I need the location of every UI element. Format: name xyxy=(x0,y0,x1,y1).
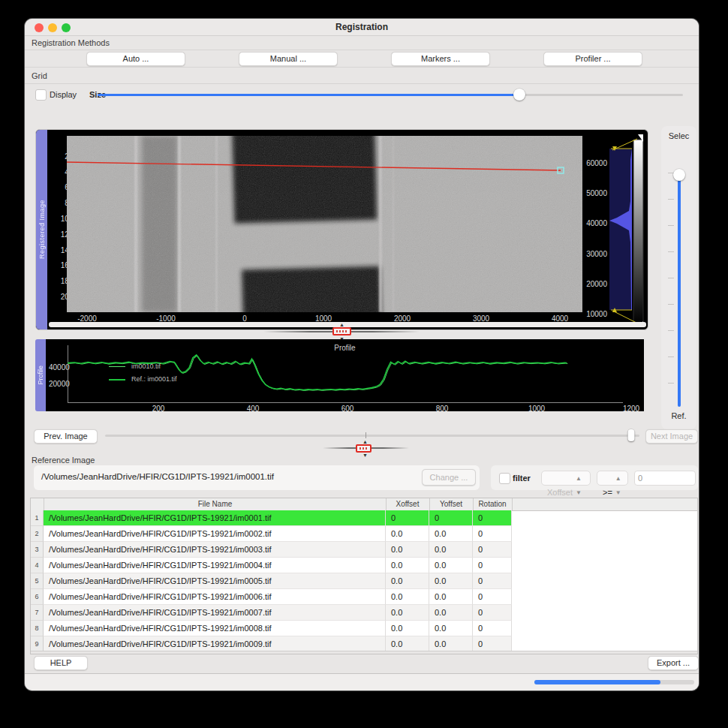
image-profile-splitter[interactable] xyxy=(332,327,351,335)
reference-group-label: Reference Image xyxy=(32,456,95,465)
cell-yoffset[interactable]: 0.0 xyxy=(429,526,473,542)
status-bar xyxy=(25,673,699,690)
cell-xoffset[interactable]: 0 xyxy=(386,510,429,526)
row-number: 6 xyxy=(31,589,44,605)
progress-track xyxy=(534,680,694,684)
cell-rotation[interactable]: 0 xyxy=(473,510,512,526)
cell-rotation[interactable]: 0 xyxy=(473,589,512,605)
cell-xoffset[interactable]: 0.0 xyxy=(386,589,429,605)
cell-yoffset[interactable]: 0.0 xyxy=(429,605,473,621)
help-button[interactable]: HELP xyxy=(34,656,88,670)
cell-rotation[interactable]: 0 xyxy=(473,621,512,636)
profile-trace xyxy=(68,355,567,390)
image-horizontal-scrollbar[interactable] xyxy=(49,322,646,327)
header-rotation[interactable]: Rotation xyxy=(473,500,512,508)
row-number: 5 xyxy=(31,573,44,589)
cell-file-name[interactable]: /Volumes/JeanHardDrive/HFIR/CG1D/IPTS-19… xyxy=(44,510,386,526)
method-button[interactable]: Auto ... xyxy=(86,52,185,66)
cell-yoffset[interactable]: 0 xyxy=(429,510,473,526)
cell-yoffset[interactable]: 0.0 xyxy=(429,636,473,651)
profile-plot[interactable]: Profile 40000 20000 20040060080010001200… xyxy=(46,339,644,411)
title-bar[interactable]: Registration xyxy=(25,19,699,36)
cell-file-name[interactable]: /Volumes/JeanHardDrive/HFIR/CG1D/IPTS-19… xyxy=(44,542,386,558)
cell-file-name[interactable]: /Volumes/JeanHardDrive/HFIR/CG1D/IPTS-19… xyxy=(44,636,386,651)
registered-image-panel: Registered Image 02004006008001000120014… xyxy=(35,129,648,330)
grid-display-label: Display xyxy=(50,90,77,99)
registered-image-tab[interactable]: Registered Image xyxy=(36,130,47,329)
cell-file-name[interactable]: /Volumes/JeanHardDrive/HFIR/CG1D/IPTS-19… xyxy=(44,573,386,589)
radiograph-image[interactable] xyxy=(67,136,582,312)
export-button[interactable]: Export ... xyxy=(648,656,699,670)
prev-image-button[interactable]: Prev. Image xyxy=(34,429,98,444)
table-row[interactable]: 2 /Volumes/JeanHardDrive/HFIR/CG1D/IPTS-… xyxy=(31,526,512,542)
filter-field-dropdown[interactable]: Xoffset▲▼ xyxy=(541,471,591,486)
grid-size-thumb[interactable] xyxy=(513,89,525,101)
cell-xoffset[interactable]: 0.0 xyxy=(386,526,429,542)
method-button[interactable]: Markers ... xyxy=(391,52,490,66)
nav-splitter[interactable] xyxy=(356,444,372,453)
cell-rotation[interactable]: 0 xyxy=(473,542,512,558)
header-yoffset[interactable]: Yoffset xyxy=(429,500,473,508)
cell-xoffset[interactable]: 0.0 xyxy=(386,542,429,558)
cell-file-name[interactable]: /Volumes/JeanHardDrive/HFIR/CG1D/IPTS-19… xyxy=(44,621,386,636)
cell-xoffset[interactable]: 0.0 xyxy=(386,558,429,573)
table-row[interactable]: 9 /Volumes/JeanHardDrive/HFIR/CG1D/IPTS-… xyxy=(31,636,512,651)
cell-rotation[interactable]: 0 xyxy=(473,558,512,573)
cell-xoffset[interactable]: 0.0 xyxy=(386,605,429,621)
table-row[interactable]: 6 /Volumes/JeanHardDrive/HFIR/CG1D/IPTS-… xyxy=(31,589,512,605)
table-row[interactable]: 7 /Volumes/JeanHardDrive/HFIR/CG1D/IPTS-… xyxy=(31,605,512,621)
method-button[interactable]: Manual ... xyxy=(239,52,338,66)
table-header[interactable]: File Name Xoffset Yoffset Rotation xyxy=(31,498,697,511)
legend-label-ref: Ref.: im0001.tif xyxy=(131,375,177,383)
table-bottom-scroll-strip[interactable] xyxy=(31,651,697,654)
cell-yoffset[interactable]: 0.0 xyxy=(429,589,473,605)
profile-tab[interactable]: Profile xyxy=(35,339,46,411)
profile-y-tick-20000: 20000 xyxy=(49,380,67,388)
cell-file-name[interactable]: /Volumes/JeanHardDrive/HFIR/CG1D/IPTS-19… xyxy=(44,589,386,605)
header-xoffset[interactable]: Xoffset xyxy=(386,500,429,508)
cell-rotation[interactable]: 0 xyxy=(473,605,512,621)
cell-yoffset[interactable]: 0.0 xyxy=(429,621,473,636)
image-index-thumb[interactable] xyxy=(628,429,635,441)
cell-rotation[interactable]: 0 xyxy=(473,636,512,651)
cell-xoffset[interactable]: 0.0 xyxy=(386,636,429,651)
filter-checkbox[interactable] xyxy=(499,473,510,484)
header-file-name[interactable]: File Name xyxy=(44,500,386,508)
row-number: 1 xyxy=(31,510,44,526)
cell-file-name[interactable]: /Volumes/JeanHardDrive/HFIR/CG1D/IPTS-19… xyxy=(44,526,386,542)
grid-group-label: Grid xyxy=(32,71,47,80)
table-row[interactable]: 1 /Volumes/JeanHardDrive/HFIR/CG1D/IPTS-… xyxy=(31,510,512,526)
row-number: 2 xyxy=(31,526,44,542)
change-reference-button[interactable]: Change ... xyxy=(422,469,476,486)
select-slider-bottom-label: Ref. xyxy=(661,411,696,420)
cell-xoffset[interactable]: 0.0 xyxy=(386,621,429,636)
legend-label-im0010: im0010.tif xyxy=(131,362,161,370)
grid-display-checkbox[interactable] xyxy=(35,89,47,101)
filter-value-input[interactable] xyxy=(634,471,696,486)
cell-file-name[interactable]: /Volumes/JeanHardDrive/HFIR/CG1D/IPTS-19… xyxy=(44,558,386,573)
method-button[interactable]: Profiler ... xyxy=(543,52,642,66)
filter-operator-dropdown[interactable]: >=▲▼ xyxy=(597,471,628,486)
table-body: 1 /Volumes/JeanHardDrive/HFIR/CG1D/IPTS-… xyxy=(31,510,697,651)
next-image-button[interactable]: Next Image xyxy=(645,429,698,444)
cell-yoffset[interactable]: 0.0 xyxy=(429,573,473,589)
cell-xoffset[interactable]: 0.0 xyxy=(386,573,429,589)
image-select-slider-panel: Selec Ref. xyxy=(661,126,696,429)
cell-yoffset[interactable]: 0.0 xyxy=(429,558,473,573)
cell-file-name[interactable]: /Volumes/JeanHardDrive/HFIR/CG1D/IPTS-19… xyxy=(44,605,386,621)
table-row[interactable]: 5 /Volumes/JeanHardDrive/HFIR/CG1D/IPTS-… xyxy=(31,573,512,589)
select-slider-top-label: Selec xyxy=(661,131,696,140)
nav-splitter-up-arrow: ▲ xyxy=(362,439,368,444)
cell-rotation[interactable]: 0 xyxy=(473,573,512,589)
row-number: 9 xyxy=(31,636,44,651)
table-row[interactable]: 3 /Volumes/JeanHardDrive/HFIR/CG1D/IPTS-… xyxy=(31,542,512,558)
reference-path: /Volumes/JeanHardDrive/HFIR/CG1D/IPTS-19… xyxy=(41,472,274,481)
profile-trace xyxy=(68,356,567,391)
cell-yoffset[interactable]: 0.0 xyxy=(429,542,473,558)
table-row[interactable]: 4 /Volumes/JeanHardDrive/HFIR/CG1D/IPTS-… xyxy=(31,558,512,573)
select-slider-thumb[interactable] xyxy=(673,169,685,181)
cell-rotation[interactable]: 0 xyxy=(473,526,512,542)
file-table[interactable]: File Name Xoffset Yoffset Rotation 1 /Vo… xyxy=(30,498,698,654)
intensity-histogram[interactable]: 600005000040000300002000010000 xyxy=(582,130,648,329)
table-row[interactable]: 8 /Volumes/JeanHardDrive/HFIR/CG1D/IPTS-… xyxy=(31,621,512,636)
